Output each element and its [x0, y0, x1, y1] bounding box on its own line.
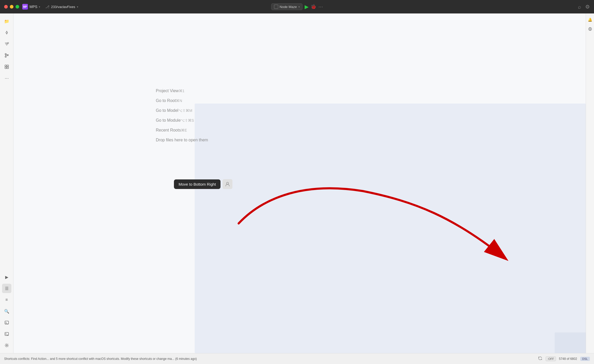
run-config-label: Node Maze: [280, 5, 297, 9]
svg-point-18: [6, 345, 7, 346]
shortcut-go-to-root[interactable]: Go to Root ⌘N: [156, 98, 208, 103]
svg-point-6: [7, 42, 9, 44]
shortcut-recent-roots-key: ⌘E: [181, 128, 187, 132]
run-config-icon: [274, 5, 278, 9]
move-to-bottom-right-button[interactable]: Move to Bottom Right: [174, 179, 221, 189]
sidebar-item-list[interactable]: ☰: [2, 284, 11, 293]
sidebar-item-more[interactable]: ⋯: [2, 74, 11, 83]
svg-point-19: [226, 182, 229, 184]
svg-rect-10: [5, 65, 6, 67]
svg-point-8: [5, 56, 6, 57]
shortcut-go-to-module-text: Go to Module: [156, 118, 181, 123]
move-tooltip: Move to Bottom Right: [174, 179, 232, 189]
titlebar-center: Node Maze ▾ ▶ 🐞 ⋯: [271, 3, 323, 10]
notification-button[interactable]: 🔔: [587, 17, 593, 23]
sidebar-item-lines[interactable]: ≡: [2, 295, 11, 304]
project-chevron-icon: ▾: [39, 5, 40, 8]
branch-name: 233/vaclavFixes: [51, 5, 75, 9]
run-button[interactable]: ▶: [305, 4, 309, 10]
branch-icon: ⎇: [45, 5, 49, 9]
content-area: Project View ⌘1 Go to Root ⌘N Go to Mode…: [13, 13, 586, 353]
sidebar-item-terminal2[interactable]: [2, 329, 11, 339]
shortcuts-list: Project View ⌘1 Go to Root ⌘N Go to Mode…: [156, 89, 208, 142]
shortcut-go-to-module[interactable]: Go to Module ⌥⇧⌘S: [156, 118, 208, 123]
run-config-chevron-icon: ▾: [298, 5, 300, 8]
shortcut-go-to-root-key: ⌘N: [176, 99, 182, 103]
sidebar-item-search[interactable]: 🔍: [2, 307, 11, 316]
sidebar-item-folder[interactable]: 📁: [2, 17, 11, 26]
bottom-right-indicator: [555, 332, 586, 353]
statusbar-right: :OFF 5748 of 6802 DSL: [538, 356, 590, 361]
statusbar-sync-icon[interactable]: [538, 356, 542, 361]
shortcut-go-to-root-text: Go to Root: [156, 98, 176, 103]
left-sidebar: 📁: [0, 13, 13, 353]
more-actions-button[interactable]: ⋯: [318, 4, 323, 10]
statusbar-message[interactable]: Shortcuts conflicts: Find Action... and …: [4, 357, 534, 361]
dsl-button[interactable]: DSL: [580, 357, 590, 361]
close-button[interactable]: [4, 5, 8, 9]
shortcut-project-view[interactable]: Project View ⌘1: [156, 89, 208, 93]
shortcut-recent-roots[interactable]: Recent Roots ⌘E: [156, 128, 208, 133]
sidebar-item-branch[interactable]: [2, 51, 11, 60]
project-name: MPS: [30, 5, 37, 9]
project-icon: MP: [22, 4, 28, 10]
shortcut-go-to-model[interactable]: Go to Model ⌥⇧⌘M: [156, 108, 208, 113]
minimize-button[interactable]: [10, 5, 13, 9]
svg-rect-14: [5, 321, 9, 324]
sidebar-item-filter[interactable]: [2, 39, 11, 49]
shortcut-drop-files: Drop files here to open them: [156, 138, 208, 142]
settings-button[interactable]: ⚙: [585, 4, 590, 10]
maximize-button[interactable]: [16, 5, 19, 9]
shortcut-drop-files-text: Drop files here to open them: [156, 138, 208, 142]
sidebar-item-grid[interactable]: [2, 62, 11, 71]
main-layout: 📁: [0, 13, 594, 353]
shortcut-recent-roots-text: Recent Roots: [156, 128, 181, 133]
right-sidebar: 🔔: [586, 13, 594, 353]
sidebar-item-run[interactable]: ▶: [2, 272, 11, 282]
shortcut-go-to-model-text: Go to Model: [156, 108, 178, 113]
project-selector[interactable]: MP MPS ▾: [22, 4, 40, 10]
debug-button[interactable]: 🐞: [311, 4, 316, 10]
branch-selector[interactable]: ⎇ 233/vaclavFixes ▾: [45, 5, 78, 9]
sidebar-item-terminal[interactable]: [2, 318, 11, 327]
circle-icon-button[interactable]: [587, 26, 593, 32]
titlebar-actions: ⌕ ⚙: [578, 4, 590, 10]
branch-chevron-icon: ▾: [77, 5, 78, 8]
sidebar-item-settings[interactable]: [2, 341, 11, 350]
shortcut-project-view-key: ⌘1: [179, 89, 185, 93]
traffic-lights: [4, 5, 19, 9]
run-config-selector[interactable]: Node Maze ▾: [271, 3, 302, 10]
line-count: 5748 of 6802: [559, 357, 577, 361]
sidebar-item-commit[interactable]: [2, 28, 11, 37]
move-icon-button[interactable]: [223, 179, 232, 189]
svg-rect-13: [7, 67, 9, 69]
shortcut-go-to-module-key: ⌥⇧⌘S: [181, 118, 194, 122]
shortcut-go-to-model-key: ⌥⇧⌘M: [178, 108, 192, 113]
svg-point-0: [6, 32, 8, 33]
titlebar: MP MPS ▾ ⎇ 233/vaclavFixes ▾ Node Maze ▾…: [0, 0, 594, 13]
statusbar: Shortcuts conflicts: Find Action... and …: [0, 353, 594, 364]
svg-point-7: [5, 54, 6, 55]
drop-area[interactable]: [195, 104, 586, 353]
svg-rect-12: [5, 67, 6, 69]
search-button[interactable]: ⌕: [578, 4, 581, 10]
shortcut-project-view-text: Project View: [156, 89, 179, 93]
svg-rect-11: [7, 65, 9, 67]
indent-toggle[interactable]: :OFF: [546, 356, 556, 361]
